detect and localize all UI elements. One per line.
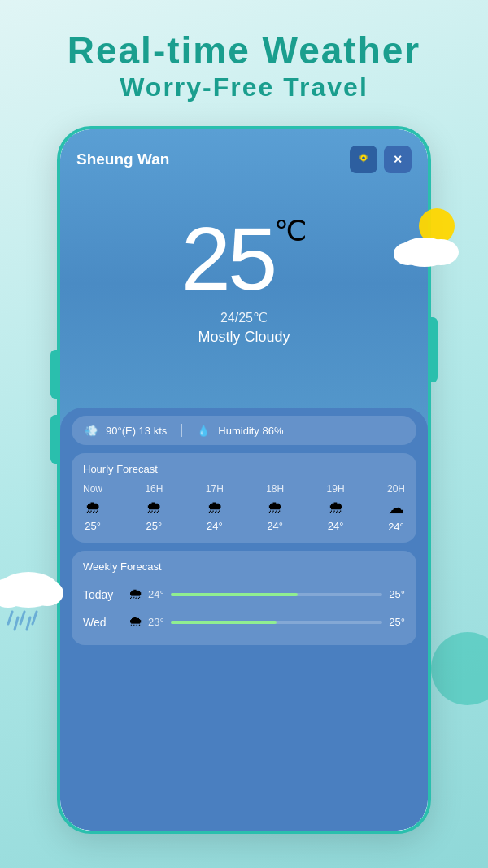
hour-icon: 🌧 [85, 498, 101, 517]
phone-side-notch-left [50, 350, 60, 399]
close-button[interactable]: ✕ [384, 146, 412, 173]
day-low: 24° [148, 588, 164, 600]
hour-temp: 24° [267, 520, 283, 532]
hour-icon: ☁ [388, 498, 404, 517]
weekly-row: Wed 🌧 23° 25° [83, 608, 405, 635]
svg-point-13 [362, 156, 365, 159]
svg-line-8 [20, 612, 24, 624]
svg-line-9 [33, 612, 37, 624]
weather-description: Mostly Cloudy [60, 329, 428, 346]
day-low: 23° [148, 616, 164, 628]
hourly-item: 20H ☁ 24° [387, 483, 405, 533]
day-bar-fill [171, 593, 298, 596]
hour-temp: 25° [85, 520, 101, 532]
temperature-section: 25 ℃ 24/25℃ Mostly Cloudy [60, 181, 428, 354]
hourly-item: 16H 🌧 25° [145, 483, 163, 533]
svg-point-3 [423, 239, 459, 265]
hourly-row: Now 🌧 25° 16H 🌧 25° 17H 🌧 24° 18H 🌧 24° … [83, 483, 405, 533]
phone-inner: Sheung Wan ✕ 25 ℃ 24/25℃ [60, 129, 428, 831]
weekly-row: Today 🌧 24° 25° [83, 581, 405, 608]
hour-label: Now [83, 483, 102, 495]
phone-side-notch-left2 [50, 415, 60, 464]
temperature-unit: ℃ [274, 214, 307, 248]
top-icons: ✕ [350, 146, 412, 173]
hour-label: 20H [387, 483, 405, 495]
weekly-forecast-card: Weekly Forecast Today 🌧 24° 25° Wed 🌧 23… [72, 551, 416, 645]
phone-side-notch-right [428, 317, 438, 382]
deco-sun-cloud-icon [392, 203, 473, 268]
wind-icon: 💨 [85, 425, 98, 437]
hour-label: 18H [266, 483, 284, 495]
svg-point-2 [394, 242, 423, 265]
day-icon: 🌧 [124, 586, 148, 603]
hour-label: 16H [145, 483, 163, 495]
humidity-value: Humidity 86% [218, 425, 283, 437]
hourly-item: 19H 🌧 24° [327, 483, 345, 533]
temperature-value: 25 [181, 214, 274, 303]
page-header: Real-time Weather Worry-Free Travel [0, 0, 488, 119]
hour-label: 19H [327, 483, 345, 495]
phone-frame: Sheung Wan ✕ 25 ℃ 24/25℃ [57, 126, 431, 834]
deco-teal-circle [431, 632, 488, 705]
hour-label: 17H [206, 483, 224, 495]
temp-range: 24/25℃ [60, 310, 428, 325]
header-subtitle: Worry-Free Travel [16, 72, 472, 103]
hour-icon: 🌧 [146, 498, 162, 517]
hourly-forecast-title: Hourly Forecast [83, 463, 405, 475]
hour-temp: 24° [328, 520, 344, 532]
hour-temp: 24° [207, 520, 223, 532]
day-bar-fill [171, 621, 277, 624]
day-bar [171, 593, 383, 596]
phone-top-bar: Sheung Wan ✕ [60, 129, 428, 181]
wind-humidity-row: 💨 90°(E) 13 kts 💧 Humidity 86% [72, 416, 416, 445]
weekly-rows: Today 🌧 24° 25° Wed 🌧 23° 25° [83, 581, 405, 635]
svg-line-11 [27, 617, 30, 630]
hour-icon: 🌧 [267, 498, 283, 517]
hour-temp: 25° [146, 520, 163, 532]
city-name: Sheung Wan [76, 150, 169, 168]
pin-button[interactable] [350, 146, 377, 173]
hour-icon: 🌧 [328, 498, 344, 517]
divider [181, 424, 182, 437]
day-high: 25° [389, 588, 405, 600]
day-name: Today [83, 588, 124, 601]
wind-value: 90°(E) 13 kts [106, 425, 167, 437]
deco-cloud-rain-icon [0, 559, 73, 632]
hour-temp: 24° [388, 521, 404, 533]
humidity-icon: 💧 [197, 425, 210, 437]
header-title: Real-time Weather [16, 29, 472, 72]
day-name: Wed [83, 616, 124, 629]
hourly-item: 18H 🌧 24° [266, 483, 284, 533]
hour-icon: 🌧 [207, 498, 223, 517]
cards-area: 💨 90°(E) 13 kts 💧 Humidity 86% Hourly Fo… [60, 408, 428, 831]
svg-point-6 [31, 580, 63, 606]
svg-line-10 [15, 617, 18, 630]
hourly-forecast-card: Hourly Forecast Now 🌧 25° 16H 🌧 25° 17H … [72, 453, 416, 543]
day-icon: 🌧 [124, 613, 148, 630]
hourly-item: 17H 🌧 24° [206, 483, 224, 533]
day-bar [171, 621, 383, 624]
weekly-forecast-title: Weekly Forecast [83, 560, 405, 573]
svg-line-7 [8, 612, 12, 624]
hourly-item: Now 🌧 25° [83, 483, 102, 533]
day-high: 25° [389, 616, 405, 628]
